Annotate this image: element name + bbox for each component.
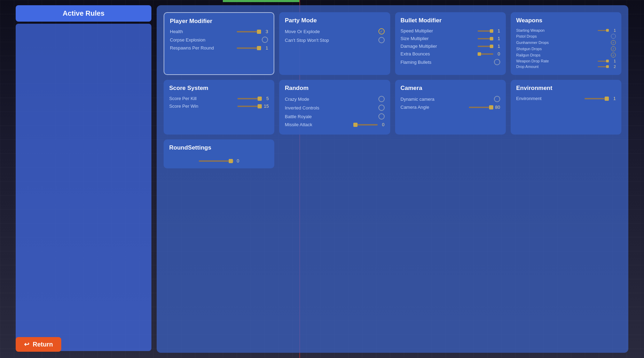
round-settings-slider[interactable] bbox=[199, 160, 234, 162]
score-per-kill-row: Score Per Kill 5 bbox=[169, 96, 269, 101]
camera-angle-value: 80 bbox=[495, 105, 500, 110]
drop-amount-value: 2 bbox=[610, 64, 616, 69]
gunhammer-drops-label: Gunhammer Drops bbox=[516, 40, 549, 45]
drop-amount-slider[interactable] bbox=[598, 66, 609, 67]
camera-angle-row: Camera Angle 80 bbox=[401, 105, 500, 110]
corpse-explosion-toggle[interactable] bbox=[262, 37, 268, 43]
respawns-value: 1 bbox=[262, 45, 268, 51]
corpse-explosion-row: Corpse Explosion bbox=[170, 37, 268, 43]
crazy-mode-toggle[interactable] bbox=[378, 96, 385, 102]
weapon-drop-rate-slider-container[interactable]: 1 bbox=[598, 59, 616, 63]
speed-multiplier-slider-container[interactable]: 1 bbox=[478, 28, 500, 33]
size-multiplier-slider-container[interactable]: 1 bbox=[478, 36, 500, 41]
dynamic-camera-label: Dynamic camera bbox=[401, 97, 435, 102]
extra-bounces-slider[interactable] bbox=[478, 53, 493, 55]
camera-card: Camera Dynamic camera Camera Angle 80 bbox=[395, 80, 506, 135]
respawns-slider[interactable] bbox=[237, 47, 261, 49]
cant-stop-toggle[interactable] bbox=[378, 37, 385, 43]
crazy-mode-label: Crazy Mode bbox=[285, 97, 309, 102]
starting-weapon-slider-container[interactable]: 1 bbox=[598, 28, 616, 32]
environment-title: Environment bbox=[516, 85, 616, 92]
score-per-win-label: Score Per Win bbox=[169, 104, 198, 109]
score-per-win-slider[interactable] bbox=[237, 106, 262, 107]
camera-angle-label: Camera Angle bbox=[401, 105, 429, 110]
speed-multiplier-row: Speed Multiplier 1 bbox=[401, 28, 500, 33]
health-label: Health bbox=[170, 29, 183, 34]
missile-attack-row: Missile Attack 0 bbox=[285, 122, 384, 127]
damage-multiplier-label: Damage Multiplier bbox=[401, 44, 437, 49]
railgun-drops-row: Railgun Drops bbox=[516, 53, 616, 58]
cant-stop-label: Can't Stop Won't Stop bbox=[285, 38, 329, 43]
size-multiplier-slider[interactable] bbox=[478, 38, 493, 39]
extra-bounces-value: 0 bbox=[495, 51, 500, 56]
dynamic-camera-row: Dynamic camera bbox=[401, 96, 500, 102]
speed-multiplier-slider[interactable] bbox=[478, 30, 493, 32]
damage-multiplier-slider[interactable] bbox=[478, 46, 493, 47]
move-or-explode-row: Move Or Explode bbox=[285, 28, 384, 35]
bullet-modifier-card: Bullet Modifier Speed Multiplier 1 Size … bbox=[395, 12, 506, 75]
railgun-drops-toggle[interactable] bbox=[611, 53, 616, 58]
bullet-modifier-title: Bullet Modifier bbox=[401, 17, 500, 24]
score-per-win-value: 15 bbox=[263, 104, 269, 109]
dynamic-camera-toggle[interactable] bbox=[494, 96, 500, 102]
starting-weapon-row: Starting Weapon 1 bbox=[516, 28, 616, 32]
round-settings-value: 0 bbox=[234, 158, 239, 163]
score-per-kill-slider[interactable] bbox=[237, 98, 262, 99]
extra-bounces-label: Extra Bounces bbox=[401, 51, 430, 56]
round-settings-title: RoundSettings bbox=[169, 144, 269, 151]
railgun-drops-label: Railgun Drops bbox=[516, 53, 541, 57]
health-slider[interactable] bbox=[237, 31, 261, 32]
camera-angle-slider-container[interactable]: 80 bbox=[469, 105, 500, 110]
return-label: Return bbox=[33, 341, 53, 348]
drop-amount-slider-container[interactable]: 2 bbox=[598, 64, 616, 69]
environment-slider-container[interactable]: 1 bbox=[584, 96, 616, 101]
return-button[interactable]: ↩ Return bbox=[16, 337, 61, 352]
score-per-kill-slider-container[interactable]: 5 bbox=[237, 96, 269, 101]
damage-multiplier-slider-container[interactable]: 1 bbox=[478, 44, 500, 49]
weapon-drop-rate-value: 1 bbox=[610, 59, 616, 63]
environment-card: Environment Environment 1 bbox=[511, 80, 621, 135]
gunhammer-drops-toggle[interactable] bbox=[611, 40, 616, 45]
weapon-drop-rate-label: Weapon Drop Rate bbox=[516, 59, 549, 63]
speed-multiplier-value: 1 bbox=[495, 28, 500, 33]
flaming-bullets-label: Flaming Bullets bbox=[401, 60, 432, 65]
extra-bounces-slider-container[interactable]: 0 bbox=[478, 51, 500, 56]
battle-royale-label: Battle Royale bbox=[285, 114, 312, 119]
environment-slider[interactable] bbox=[584, 98, 609, 99]
shotgun-drops-row: Shotgun Drops bbox=[516, 46, 616, 51]
missile-attack-slider[interactable] bbox=[353, 124, 378, 125]
flaming-bullets-row: Flaming Bullets bbox=[401, 59, 500, 65]
score-per-win-slider-container[interactable]: 15 bbox=[237, 104, 269, 109]
starting-weapon-label: Starting Weapon bbox=[516, 28, 545, 32]
weapons-card: Weapons Starting Weapon 1 Pistol Drops G… bbox=[511, 12, 621, 75]
missile-attack-slider-container[interactable]: 0 bbox=[353, 122, 385, 127]
random-title: Random bbox=[285, 85, 384, 92]
weapon-drop-rate-slider[interactable] bbox=[598, 61, 609, 62]
starting-weapon-value: 1 bbox=[610, 28, 616, 32]
pistol-drops-toggle[interactable] bbox=[611, 34, 616, 39]
health-slider-container[interactable]: 3 bbox=[237, 29, 268, 34]
content-area: Player Modifier Health 3 Corpse Explosio… bbox=[157, 5, 628, 353]
move-or-explode-toggle[interactable] bbox=[378, 28, 385, 35]
inverted-controls-label: Inverted Controls bbox=[285, 105, 319, 111]
move-or-explode-label: Move Or Explode bbox=[285, 29, 320, 34]
battle-royale-toggle[interactable] bbox=[378, 113, 385, 120]
active-rules-body bbox=[16, 24, 151, 351]
drop-amount-row: Drop Amount 2 bbox=[516, 64, 616, 69]
shotgun-drops-toggle[interactable] bbox=[611, 46, 616, 51]
score-system-title: Score System bbox=[169, 85, 269, 92]
flaming-bullets-toggle[interactable] bbox=[494, 59, 500, 65]
starting-weapon-slider[interactable] bbox=[598, 30, 609, 31]
speed-multiplier-label: Speed Multiplier bbox=[401, 28, 433, 33]
respawns-slider-container[interactable]: 1 bbox=[237, 45, 268, 51]
inverted-controls-toggle[interactable] bbox=[378, 105, 385, 111]
pistol-drops-label: Pistol Drops bbox=[516, 34, 537, 38]
inverted-controls-row: Inverted Controls bbox=[285, 105, 384, 111]
cant-stop-row: Can't Stop Won't Stop bbox=[285, 37, 384, 43]
score-system-card: Score System Score Per Kill 5 Score Per … bbox=[164, 80, 274, 135]
active-rules-title: Active Rules bbox=[63, 9, 104, 17]
active-rules-header: Active Rules bbox=[16, 5, 151, 22]
score-per-kill-value: 5 bbox=[263, 96, 269, 101]
player-modifier-title: Player Modifier bbox=[170, 18, 268, 25]
camera-angle-slider[interactable] bbox=[469, 107, 493, 108]
